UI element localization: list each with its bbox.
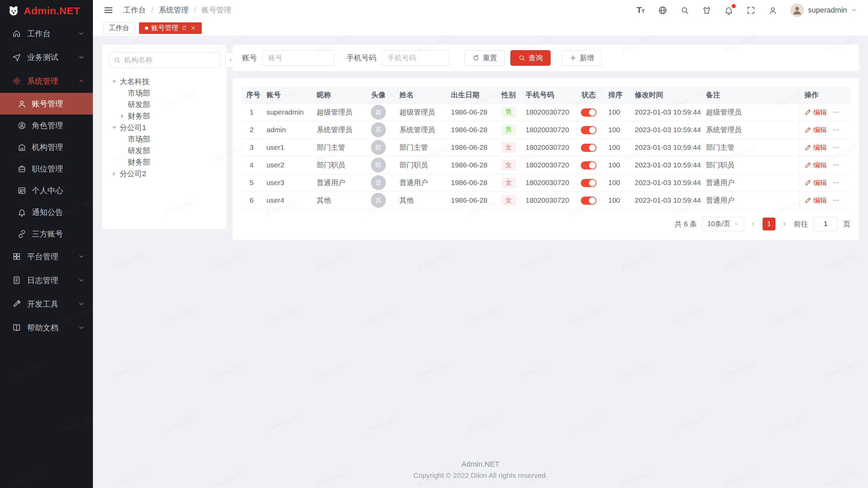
tree-node[interactable]: 研发部	[109, 99, 219, 110]
org-icon	[18, 143, 26, 151]
status-toggle[interactable]	[581, 179, 596, 187]
sidebar-item-label: 平台管理	[27, 251, 58, 262]
edit-icon	[805, 197, 811, 204]
sidebar-item-log-mgmt[interactable]: 日志管理	[0, 268, 93, 292]
tree-node[interactable]: 分公司2	[109, 168, 219, 180]
page-number-button[interactable]: 1	[763, 218, 775, 230]
row-more-button[interactable]	[832, 144, 840, 151]
log-icon	[12, 276, 21, 285]
column-header-avatar: 头像	[362, 87, 395, 103]
edit-button[interactable]: 编辑	[805, 143, 827, 152]
tree-node-label: 市场部	[128, 88, 150, 98]
sidebar-item-role-mgmt[interactable]: 角色管理	[0, 115, 93, 136]
prev-page-button[interactable]	[750, 220, 757, 228]
org-search-input[interactable]	[124, 56, 216, 64]
font-size-icon[interactable]: TT	[636, 6, 645, 15]
org-panel: 大名科技市场部研发部财务部分公司1市场部研发部财务部分公司2	[102, 45, 226, 229]
cell-sort: 100	[608, 179, 620, 186]
edit-button[interactable]: 编辑	[805, 125, 827, 135]
tree-node-label: 分公司1	[120, 123, 146, 133]
phone-label: 手机号码	[347, 53, 376, 63]
caret-down-icon[interactable]	[111, 124, 118, 131]
table-row: 4user2部门职员部部门职员1986-06-28女18020030720100…	[241, 156, 850, 174]
footer: Admin.NET Copyright © 2022 Dilon All rig…	[93, 459, 868, 481]
tab-label: 工作台	[109, 23, 129, 33]
search-icon[interactable]	[680, 6, 689, 15]
sidebar-item-platform-mgmt[interactable]: 平台管理	[0, 245, 93, 268]
caret-right-icon[interactable]	[119, 113, 126, 120]
sidebar-item-account-mgmt[interactable]: 账号管理	[0, 93, 93, 115]
status-toggle[interactable]	[581, 161, 596, 169]
user-menu[interactable]: superadmin	[790, 3, 857, 17]
cell-modified: 2023-01-03 10:59:44	[635, 179, 701, 186]
row-more-button[interactable]	[832, 197, 840, 204]
tree-node[interactable]: 市场部	[109, 134, 219, 145]
reset-button[interactable]: 重置	[465, 50, 505, 66]
column-header-action: 操作	[800, 87, 850, 103]
next-page-button[interactable]	[781, 220, 788, 228]
tab-0[interactable]: 工作台	[103, 22, 135, 34]
edit-button[interactable]: 编辑	[805, 178, 827, 187]
cell-remark: 系统管理员	[706, 126, 742, 134]
sidebar-item-business-test[interactable]: 业务测试	[0, 45, 93, 69]
tree-node[interactable]: 财务部	[109, 157, 219, 168]
edit-button[interactable]: 编辑	[805, 196, 827, 205]
chevron-down-icon	[78, 253, 85, 260]
toggle-knob	[589, 127, 596, 134]
add-button[interactable]: 新增	[561, 50, 602, 66]
sidebar-item-notice[interactable]: 通知公告	[0, 201, 93, 223]
row-more-button[interactable]	[832, 161, 840, 169]
sidebar-item-position-mgmt[interactable]: 职位管理	[0, 158, 93, 180]
status-toggle[interactable]	[581, 108, 596, 117]
search-button[interactable]: 查询	[510, 50, 551, 66]
tree-node[interactable]: 市场部	[109, 87, 219, 99]
sidebar-item-third-account[interactable]: 三方账号	[0, 223, 93, 245]
user-circle-icon[interactable]	[768, 6, 777, 15]
breadcrumb-item-system[interactable]: 系统管理	[159, 5, 189, 15]
bell-icon[interactable]	[724, 6, 733, 15]
column-header-index: 序号	[241, 87, 262, 103]
edit-button[interactable]: 编辑	[805, 161, 827, 170]
sidebar-item-org-mgmt[interactable]: 机构管理	[0, 136, 93, 158]
caret-down-icon[interactable]	[111, 78, 118, 85]
phone-input[interactable]	[382, 50, 450, 66]
status-toggle[interactable]	[581, 126, 596, 134]
cell-modified: 2023-01-03 10:59:44	[635, 143, 701, 151]
tree-node[interactable]: 财务部	[109, 110, 219, 122]
hamburger-icon[interactable]	[104, 5, 113, 15]
tree-node[interactable]: 分公司1	[109, 122, 219, 134]
cell-phone: 18020030720	[526, 179, 569, 186]
sidebar-item-label: 角色管理	[32, 120, 63, 131]
sidebar-item-dev-tools[interactable]: 开发工具	[0, 292, 93, 316]
logo[interactable]: Admin.NET	[0, 0, 93, 22]
plus-icon	[569, 54, 577, 62]
fullscreen-icon[interactable]	[746, 6, 755, 15]
sidebar-item-system-mgmt[interactable]: 系统管理	[0, 69, 93, 93]
page-unit: 页	[843, 219, 850, 229]
caret-right-icon[interactable]	[111, 170, 118, 178]
cell-account: user2	[267, 161, 284, 169]
sidebar-item-workbench[interactable]: 工作台	[0, 22, 93, 45]
close-icon[interactable]	[190, 25, 196, 31]
goto-page-input[interactable]	[813, 217, 838, 231]
theme-icon[interactable]	[702, 6, 711, 15]
page-size-select[interactable]: 10条/页	[702, 217, 744, 231]
sidebar-item-label: 机构管理	[32, 142, 63, 152]
account-input[interactable]	[262, 50, 334, 66]
sidebar-item-help-docs[interactable]: 帮助文档	[0, 316, 93, 340]
tree-node[interactable]: 研发部	[109, 145, 219, 157]
breadcrumb-item-workbench[interactable]: 工作台	[123, 5, 146, 15]
sidebar-item-personal-center[interactable]: 个人中心	[0, 180, 93, 201]
tab-1[interactable]: 账号管理	[139, 22, 202, 34]
status-toggle[interactable]	[581, 144, 596, 152]
edit-button[interactable]: 编辑	[805, 108, 827, 117]
row-more-button[interactable]	[832, 179, 840, 186]
sidebar-item-label: 业务测试	[27, 52, 58, 63]
status-toggle[interactable]	[581, 197, 596, 205]
row-more-button[interactable]	[832, 108, 840, 116]
refresh-icon[interactable]	[181, 25, 187, 31]
globe-icon[interactable]	[658, 6, 667, 15]
cell-modified: 2023-01-03 10:59:44	[635, 196, 701, 204]
tree-node[interactable]: 大名科技	[109, 76, 219, 87]
row-more-button[interactable]	[832, 126, 840, 134]
